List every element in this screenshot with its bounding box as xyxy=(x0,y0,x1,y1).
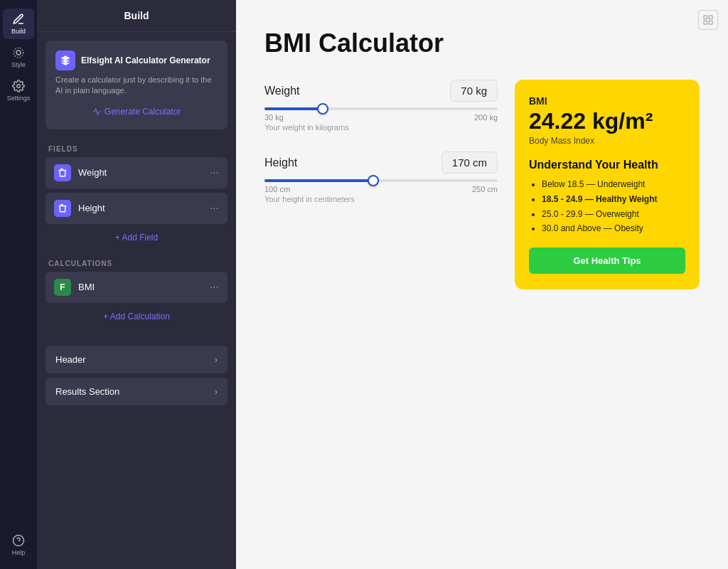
bmi-calc-name: BMI xyxy=(78,282,210,292)
icon-bar-help[interactable]: Help xyxy=(3,530,34,560)
bmi-result-sub: Body Mass Index xyxy=(529,136,685,146)
svg-point-1 xyxy=(14,48,23,58)
bottom-nav: Header › Results Section › xyxy=(37,337,236,414)
calculator-layout: Weight 70 kg 30 kg 200 kg Your weight in… xyxy=(264,80,700,289)
weight-input-row: Weight 70 kg 30 kg 200 kg Your weight in… xyxy=(264,80,498,132)
bmi-category-overweight: 25.0 - 29.9 — Overweight xyxy=(542,208,685,220)
add-calculation-button[interactable]: + Add Calculation xyxy=(46,307,228,326)
icon-bar-settings[interactable]: Settings xyxy=(3,75,34,106)
height-input-row: Height 170 cm 100 cm 250 cm Your height … xyxy=(264,151,498,203)
weight-field-name: Weight xyxy=(78,167,210,178)
height-value: 170 cm xyxy=(441,151,498,174)
svg-rect-5 xyxy=(704,16,707,19)
calculations-section-label: CALCULATIONS xyxy=(37,252,236,272)
height-slider-labels: 100 cm 250 cm xyxy=(264,185,498,193)
results-chevron-icon: › xyxy=(215,386,218,397)
svg-rect-6 xyxy=(709,16,712,19)
svg-point-0 xyxy=(16,50,21,55)
ai-card-title: Elfsight AI Calculator Generator xyxy=(81,55,210,65)
bmi-category-healthy: 18.5 - 24.9 — Healthy Weight xyxy=(542,193,685,206)
weight-slider[interactable] xyxy=(264,107,498,110)
calculator-title: BMI Calculator xyxy=(264,28,700,58)
result-card: BMI 24.22 kg/m² Body Mass Index Understa… xyxy=(515,80,700,289)
height-field-name: Height xyxy=(78,203,210,213)
calculations-section: F BMI ··· + Add Calculation xyxy=(37,272,236,331)
add-field-button[interactable]: + Add Field xyxy=(46,228,228,247)
height-label: Height xyxy=(264,156,297,169)
bmi-category-obese: 30.0 and Above — Obesity xyxy=(542,223,685,235)
weight-value: 70 kg xyxy=(450,80,498,102)
icon-bar: Build Style Settings Help xyxy=(0,0,37,569)
bmi-result-label: BMI xyxy=(529,95,685,107)
fields-section: Weight ··· Height ··· + Add Field xyxy=(37,157,236,252)
weight-slider-labels: 30 kg 200 kg xyxy=(264,113,498,122)
height-slider-thumb[interactable] xyxy=(368,175,379,186)
weight-slider-fill xyxy=(264,107,323,110)
field-item-height[interactable]: Height ··· xyxy=(46,193,228,224)
bmi-calc-menu[interactable]: ··· xyxy=(210,281,219,294)
bmi-category-underweight: Below 18.5 — Underweight xyxy=(542,179,685,191)
bmi-result-value: 24.22 kg/m² xyxy=(529,108,685,134)
height-slider-track xyxy=(264,179,498,182)
ai-card-desc: Create a calculator just by describing i… xyxy=(55,75,218,97)
svg-rect-7 xyxy=(704,21,707,24)
height-slider-fill xyxy=(264,179,373,182)
understand-title: Understand Your Health xyxy=(529,159,685,171)
calculator-inputs: Weight 70 kg 30 kg 200 kg Your weight in… xyxy=(264,80,498,223)
calc-item-bmi[interactable]: F BMI ··· xyxy=(46,272,228,303)
svg-rect-8 xyxy=(709,21,712,24)
weight-field-icon xyxy=(54,164,71,181)
health-tips-button[interactable]: Get Health Tips xyxy=(529,248,685,274)
weight-input-header: Weight 70 kg xyxy=(264,80,498,102)
left-panel: Build Elfsight AI Calculator Generator C… xyxy=(37,0,236,569)
weight-label: Weight xyxy=(264,85,300,97)
height-field-menu[interactable]: ··· xyxy=(210,202,219,215)
header-nav-item[interactable]: Header › xyxy=(46,346,228,373)
field-item-weight[interactable]: Weight ··· xyxy=(46,157,228,188)
weight-hint: Your weight in kilograms xyxy=(264,123,498,132)
height-input-header: Height 170 cm xyxy=(264,151,498,174)
ai-card-header: Elfsight AI Calculator Generator xyxy=(55,50,218,70)
weight-slider-track xyxy=(264,107,498,110)
ai-icon xyxy=(55,50,75,70)
weight-slider-thumb[interactable] xyxy=(317,103,328,115)
panel-header: Build xyxy=(37,0,236,32)
svg-point-2 xyxy=(17,85,21,88)
height-field-icon xyxy=(54,200,71,217)
page-icon xyxy=(698,10,718,30)
generate-calculator-button[interactable]: Generate Calculator xyxy=(55,104,218,119)
fields-section-label: FIELDS xyxy=(37,138,236,157)
height-slider[interactable] xyxy=(264,179,498,182)
height-hint: Your height in centimeters xyxy=(264,195,498,203)
main-content: BMI Calculator Weight 70 kg 30 kg 200 kg xyxy=(236,0,728,569)
bmi-calc-icon: F xyxy=(54,279,71,296)
icon-bar-style[interactable]: Style xyxy=(3,42,34,73)
bmi-categories-list: Below 18.5 — Underweight 18.5 - 24.9 — H… xyxy=(529,179,685,235)
icon-bar-build[interactable]: Build xyxy=(3,9,34,39)
header-chevron-icon: › xyxy=(215,354,218,365)
weight-field-menu[interactable]: ··· xyxy=(210,166,219,179)
results-section-nav-item[interactable]: Results Section › xyxy=(46,378,228,405)
ai-generator-card: Elfsight AI Calculator Generator Create … xyxy=(46,41,228,129)
